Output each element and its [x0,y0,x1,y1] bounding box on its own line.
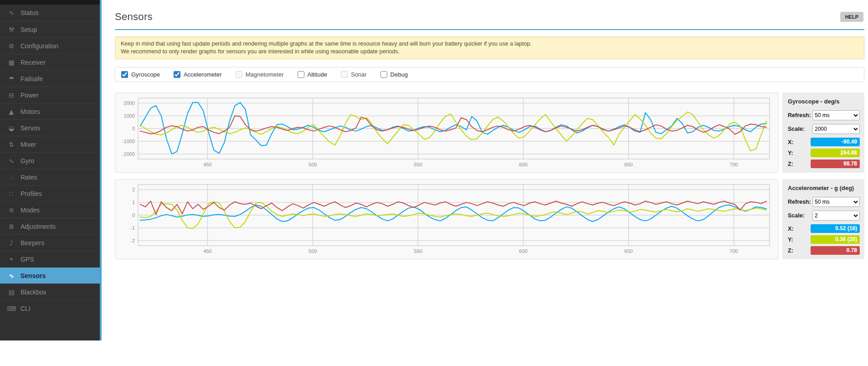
accelerometer-graph: 210-1-2450500550600650700 [115,179,778,259]
help-button[interactable]: HELP [840,12,863,22]
accel-x-label: X: [788,226,794,232]
power-icon: ⊟ [7,92,16,99]
svg-text:650: 650 [624,248,632,254]
sidebar-item-blackbox[interactable]: ▤ Blackbox [0,284,100,300]
sensor-toggle-bar: Gyroscope Accelerometer Magnetometer Alt… [115,67,864,82]
resource-warning-note: Keep in mind that using fast update peri… [115,36,864,59]
svg-text:500: 500 [308,162,317,167]
magnetometer-toggle: Magnetometer [236,71,284,78]
gyro-z-value-badge: 98.78 [811,160,860,168]
sidebar-item-beepers[interactable]: ♪ Beepers [0,234,100,251]
gyro-z-label: Z: [788,161,793,167]
accel-z-value-badge: 0.78 [811,246,860,255]
gyro-icon: ∿ [7,157,16,165]
sidebar-item-gyro[interactable]: ∿ Gyro [0,152,100,169]
gyro-refresh-select[interactable]: 50 ms [812,110,860,120]
adjustments-icon: ≣ [7,223,16,230]
sonar-checkbox [341,71,348,78]
mixer-icon: ⇅ [7,141,16,148]
svg-text:-2000: -2000 [122,151,135,157]
status-icon: ∿ [7,9,16,16]
gyro-x-value-badge: -90.49 [811,138,860,146]
sidebar-item-profiles[interactable]: ∷ Profiles [0,185,100,201]
failsafe-icon: ☂ [7,75,16,82]
sidebar-item-modes[interactable]: ⊜ Modes [0,201,100,218]
gyroscope-panel-title: Gyroscope - deg/s [788,98,860,105]
sidebar-item-configuration[interactable]: ⚙ Configuration [0,37,100,54]
page-header: Sensors HELP [115,11,864,30]
sidebar-item-rates[interactable]: ∴ Rates [0,169,100,185]
note-line-2: We recommend to only render graphs for s… [121,48,858,56]
gyroscope-info-panel: Gyroscope - deg/s Refresh: 50 ms Scale: … [782,93,864,173]
note-line-1: Keep in mind that using fast update peri… [121,40,858,48]
svg-text:500: 500 [308,248,317,254]
accelerometer-panel-title: Accelerometer - g (deg) [788,185,860,191]
receiver-icon: ▦ [7,59,16,66]
accel-y-value-badge: 0.36 (28) [811,235,860,244]
accel-refresh-select[interactable]: 50 ms [812,197,860,207]
svg-text:550: 550 [414,162,422,167]
sidebar-item-status[interactable]: ∿ Status [0,5,100,21]
gyroscope-graph: 200010000-1000-2000450500550600650700 [115,93,778,173]
sidebar-item-servos[interactable]: ◒ Servos [0,119,100,136]
sidebar-item-power[interactable]: ⊟ Power [0,87,100,103]
cli-icon: ⌨ [7,305,16,312]
sidebar-item-failsafe[interactable]: ☂ Failsafe [0,70,100,87]
svg-text:450: 450 [203,248,211,254]
sidebar-item-mixer[interactable]: ⇅ Mixer [0,136,100,152]
gyroscope-toggle: Gyroscope [121,71,160,78]
accel-x-value-badge: 0.52 (18) [811,224,860,233]
accelerometer-toggle: Accelerometer [174,71,222,78]
sidebar-item-cli[interactable]: ⌨ CLI [0,300,100,316]
svg-text:550: 550 [414,248,422,254]
app-root: ∿ Status ⚒ Setup ⚙ Configuration ▦ Recei… [0,0,868,366]
setup-icon: ⚒ [7,26,16,33]
gyro-y-value-badge: 264.88 [811,149,860,157]
debug-toggle: Debug [380,71,408,78]
debug-checkbox[interactable] [380,71,387,78]
accel-refresh-label: Refresh: [788,199,811,205]
magnetometer-checkbox [236,71,242,78]
motors-icon: ▲ [7,108,16,115]
svg-text:700: 700 [729,248,738,254]
svg-text:-1000: -1000 [122,139,135,144]
gyroscope-sensor-row: 200010000-1000-2000450500550600650700 Gy… [115,93,864,173]
gyro-scale-label: Scale: [788,126,805,132]
altitude-checkbox[interactable] [298,71,304,78]
accel-scale-select[interactable]: 2 [812,211,860,221]
configuration-icon: ⚙ [7,42,16,50]
sidebar-item-receiver[interactable]: ▦ Receiver [0,54,100,70]
svg-text:-2: -2 [130,238,135,243]
sidebar-nav: ∿ Status ⚒ Setup ⚙ Configuration ▦ Recei… [0,5,100,316]
gyro-scale-select[interactable]: 2000 [812,124,860,134]
svg-text:2: 2 [132,187,135,192]
gyro-y-label: Y: [788,150,793,156]
accelerometer-checkbox[interactable] [174,71,180,78]
svg-text:600: 600 [519,248,527,254]
accel-scale-label: Scale: [788,212,805,219]
svg-text:-1: -1 [130,225,135,231]
accel-z-label: Z: [788,247,793,254]
svg-text:600: 600 [519,162,527,167]
sidebar-item-setup[interactable]: ⚒ Setup [0,21,100,37]
sidebar-item-gps[interactable]: ⌖ GPS [0,251,100,267]
svg-text:1: 1 [132,200,135,205]
svg-text:2000: 2000 [124,100,135,106]
main-content: Sensors HELP Keep in mind that using fas… [103,0,868,366]
accel-y-label: Y: [788,237,793,243]
sidebar-item-motors[interactable]: ▲ Motors [0,103,100,119]
blackbox-icon: ▤ [7,289,16,296]
servos-icon: ◒ [7,124,16,132]
sidebar-item-sensors[interactable]: ∿ Sensors [0,267,100,284]
sidebar: ∿ Status ⚒ Setup ⚙ Configuration ▦ Recei… [0,0,102,340]
accelerometer-sensor-row: 210-1-2450500550600650700 Accelerometer … [115,179,864,259]
gyro-refresh-label: Refresh: [788,112,811,119]
gyro-x-label: X: [788,139,794,145]
profiles-icon: ∷ [7,190,16,197]
sidebar-item-adjustments[interactable]: ≣ Adjustments [0,218,100,234]
page-title: Sensors [115,11,864,23]
svg-text:450: 450 [203,162,211,167]
rates-icon: ∴ [7,174,16,181]
gyroscope-checkbox[interactable] [121,71,128,78]
svg-text:700: 700 [729,162,738,167]
